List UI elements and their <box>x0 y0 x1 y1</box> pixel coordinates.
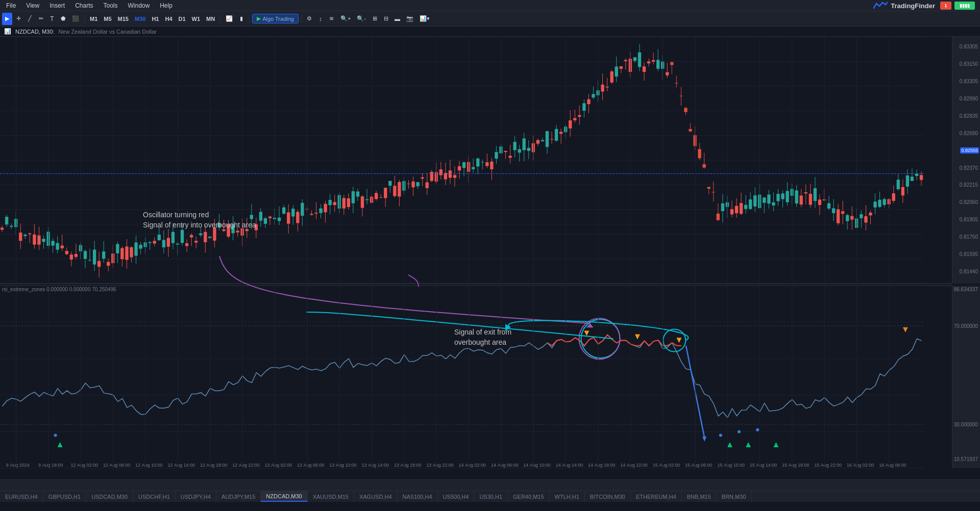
tab-ger40[interactable]: GER40,M15 <box>508 491 550 502</box>
tab-bitcoin[interactable]: BITCOIN,M30 <box>585 491 631 502</box>
sep3 <box>249 14 250 23</box>
tab-xagusd[interactable]: XAGUSD,H4 <box>354 491 398 502</box>
algo-label: Algo Trading <box>262 16 294 22</box>
crosshair-tool[interactable]: ✛ <box>13 13 23 25</box>
measure-tool[interactable]: ⬛ <box>69 13 82 25</box>
sep2 <box>220 14 220 23</box>
screenshot-btn[interactable]: 📷 <box>404 13 416 25</box>
tradingfinder-logo: TradingFinder 1 ▮▮▮▮ <box>873 0 980 11</box>
osc-indicator-value: 86.634337 <box>954 287 978 292</box>
symbol-bar: 📊 NZDCAD, M30: New Zealand Dollar vs Can… <box>0 27 980 37</box>
tab-usdcad[interactable]: USDCAD,M30 <box>86 491 133 502</box>
tab-nas100[interactable]: NAS100,H4 <box>398 491 438 502</box>
menu-window[interactable]: Window <box>124 0 154 11</box>
main-chart-canvas <box>0 37 952 479</box>
menu-file[interactable]: File <box>2 0 20 11</box>
menu-tools[interactable]: Tools <box>100 0 122 11</box>
text-tool[interactable]: T <box>47 13 57 25</box>
price-level-13: 0.81440 <box>960 268 978 274</box>
symbol-full-name: New Zealand Dollar vs Canadian Dollar <box>58 29 157 35</box>
scroll-btn[interactable]: ⊟ <box>381 13 391 25</box>
tf-m1[interactable]: M1 <box>87 13 100 25</box>
menu-charts[interactable]: Charts <box>71 0 97 11</box>
cursor-tool[interactable]: ▶ <box>2 13 12 25</box>
chart-area: 0.83305 0.83150 0.83305 0.82990 0.82835 … <box>0 37 980 479</box>
play-icon: ▶ <box>257 15 261 22</box>
tf-h4[interactable]: H4 <box>162 13 175 25</box>
osc-level-70: 70.000000 <box>954 323 978 328</box>
tab-nzdcad[interactable]: NZDCAD,M30 <box>261 491 307 502</box>
time-axis <box>0 479 980 491</box>
price-level-8: 0.82215 <box>960 182 978 188</box>
logo-text: TradingFinder <box>891 2 935 10</box>
indicator-label: rsi_extreme_zones 0.000000 0.000000 70.2… <box>2 287 116 292</box>
tf-mn[interactable]: MN <box>204 13 217 25</box>
price-level-5: 0.82835 <box>960 113 978 118</box>
menu-bar: File View Insert Charts Tools Window Hel… <box>0 0 980 11</box>
tf-h1[interactable]: H1 <box>149 13 161 25</box>
price-level-3: 0.83305 <box>960 79 978 84</box>
pencil-tool[interactable]: ✏ <box>36 13 46 25</box>
osc-level-30: 30.000000 <box>954 422 978 427</box>
price-scale: 0.83305 0.83150 0.83305 0.82990 0.82835 … <box>952 37 980 284</box>
strategy-btn[interactable]: ↕ <box>315 13 326 25</box>
tf-m15[interactable]: M15 <box>115 13 131 25</box>
price-level-4: 0.82990 <box>960 96 978 101</box>
tab-bnb[interactable]: BNB,M15 <box>682 491 717 502</box>
tf-m30[interactable]: M30 <box>132 13 148 25</box>
price-level-12: 0.81595 <box>960 251 978 257</box>
compare-btn[interactable]: ≋ <box>327 13 337 25</box>
menu-help[interactable]: Help <box>156 0 177 11</box>
tab-usdjpy[interactable]: USDJPY,H4 <box>176 491 216 502</box>
sep1 <box>84 14 85 23</box>
menu-insert[interactable]: Insert <box>45 0 69 11</box>
osc-bottom-value: 10.571937 <box>954 456 978 462</box>
price-level-1: 0.83305 <box>960 44 978 49</box>
tab-audjpy[interactable]: AUDJPY,M15 <box>216 491 261 502</box>
tab-brn[interactable]: BRN,M30 <box>717 491 752 502</box>
price-level-2: 0.83150 <box>960 61 978 67</box>
logo-icon <box>873 2 888 10</box>
indicators-btn[interactable]: ⚙ <box>304 13 314 25</box>
price-level-10: 0.81905 <box>960 217 978 222</box>
zoom-in-btn[interactable]: 🔍+ <box>338 13 353 25</box>
tf-w1[interactable]: W1 <box>189 13 203 25</box>
vol-btn[interactable]: ▬ <box>392 13 403 25</box>
analysis-btn[interactable]: 📊▾ <box>417 13 432 25</box>
tab-eurusd[interactable]: EURUSD,H4 <box>0 491 43 502</box>
grid-btn[interactable]: ⊞ <box>370 13 380 25</box>
tab-us500[interactable]: US500,H4 <box>438 491 475 502</box>
symbol-name: NZDCAD, M30: <box>15 29 54 35</box>
osc-scale: 86.634337 70.000000 30.000000 10.571937 <box>952 286 980 468</box>
bottom-tabs: EURUSD,H4 GBPUSD,H1 USDCAD,M30 USDCHF,H1… <box>0 491 980 502</box>
tf-m5[interactable]: M5 <box>101 13 114 25</box>
shapes-tool[interactable]: ⬟ <box>58 13 68 25</box>
menu-view[interactable]: View <box>22 0 43 11</box>
price-level-9: 0.82060 <box>960 199 978 205</box>
status-badge: ▮▮▮▮ <box>954 2 975 10</box>
price-level-11: 0.81750 <box>960 234 978 240</box>
zoom-out-btn[interactable]: 🔍- <box>354 13 369 25</box>
price-level-6: 0.82680 <box>960 130 978 136</box>
notification-badge: 1 <box>940 2 951 10</box>
chart-area-type[interactable]: 📈 <box>223 13 235 25</box>
tab-us30[interactable]: US30,H1 <box>474 491 508 502</box>
tab-gbpusd[interactable]: GBPUSD,H1 <box>43 491 87 502</box>
current-price-label: 0.82555 <box>960 147 979 154</box>
tab-usdchf[interactable]: USDCHF,H1 <box>133 491 176 502</box>
algo-trading-btn[interactable]: ▶ Algo Trading <box>252 14 299 23</box>
tab-ethereum[interactable]: ETHEREUM,H4 <box>631 491 682 502</box>
chart-icon: 📊 <box>4 28 11 35</box>
price-level-7: 0.82370 <box>960 165 978 170</box>
tf-d1[interactable]: D1 <box>176 13 188 25</box>
tab-wtlh[interactable]: WTLH,H1 <box>550 491 585 502</box>
tab-xauusd[interactable]: XAUUSD,M15 <box>308 491 354 502</box>
chart-candle-type[interactable]: ▮ <box>236 13 247 25</box>
line-tool[interactable]: ╱ <box>24 13 35 25</box>
toolbar: ▶ ✛ ╱ ✏ T ⬟ ⬛ M1 M5 M15 M30 H1 H4 D1 W1 … <box>0 11 980 27</box>
sep4 <box>301 14 302 23</box>
